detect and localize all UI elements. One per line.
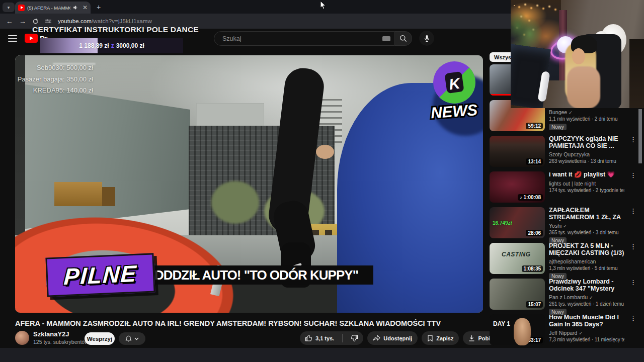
like-button[interactable]: 3,1 tys. [300,331,339,345]
video-duration-badge: 15:07 [526,301,543,308]
notifications-button[interactable] [119,332,145,345]
video-menu-icon[interactable]: ⋮ [630,171,636,179]
tab-list-chevron-icon[interactable]: ▾ [3,3,15,12]
video-thumbnail[interactable]: DAY 1 33:17 [490,314,545,345]
suggested-video[interactable]: 16.749zł 28:06 ZAPŁACIŁEM STREAMEROM 1 Z… [490,207,638,238]
channel-subscribers: 125 tys. subskrybentów [33,339,89,345]
youtube-favicon-icon [18,5,25,11]
suggested-video[interactable]: DAY 1 33:17 How Much Muscle Did I Gain I… [490,314,638,345]
like-count: 3,1 tys. [315,335,334,341]
video-actions: 3,1 tys. Udostępnij Zapisz Pobierz ••• [300,331,521,345]
tab-close-icon[interactable]: ✕ [83,5,88,11]
voice-search-button[interactable] [419,31,434,46]
video-menu-icon[interactable]: ⋮ [630,207,636,215]
suggested-video-title: ZAPŁACIŁEM STREAMEROM 1 ZŁ, ZA KAŻDEGO W… [549,207,624,221]
scene-tree [211,181,259,224]
mouse-cursor [320,1,327,11]
news-ticker: DDDZIŁ AUTO! "TO ODÓR KUPPY" [153,265,373,285]
goal-target: 3000,00 zł [116,42,144,49]
thumbnail-text: CASTING [502,251,531,258]
video-duration-badge: ♪ 1:00:08 [518,194,543,201]
video-player[interactable]: Seb9030: 500,00 zł Pasażer bagaja: 350,0… [15,55,483,313]
suggested-video-title: PROJEKT ZA 5 MLN - MIĘCZAKI CASTING (1/3… [549,243,624,256]
channel-name[interactable]: SzklanaY2J [33,330,69,338]
keyboard-icon[interactable] [382,36,390,41]
suggested-video[interactable]: 15:07 Prawdziwy Lombard - Odcinek 347 "M… [490,279,638,310]
url-bar[interactable]: youtube.com/watch?v=jJ5kLl1xamw [58,18,152,24]
back-icon[interactable]: ← [6,18,13,25]
video-duration-badge: 1:08:35 [522,265,543,272]
taskbar: ‹›DE♪ POL 02:52 22.04.2026 [0,348,644,362]
video-duration-badge: 13:14 [526,158,543,165]
save-label: Zapisz [436,335,453,341]
video-thumbnail[interactable]: 16.749zł 28:06 [490,207,545,238]
suggested-channel-name: Bungee✓ [549,109,624,115]
url-host: youtube.com [58,18,92,24]
tab-audio-icon[interactable] [73,5,78,10]
breaking-banner: PILNE [45,253,155,297]
search-button[interactable] [395,31,412,46]
suggested-video-title: Prawdziwy Lombard - Odcinek 347 "Mystery… [549,279,624,292]
video-thumbnail[interactable]: CASTING 1:08:35 [490,243,545,274]
scene-containers [54,182,102,206]
suggested-video-meta: 1,3 mln wyświetleń · 5 dni temu [549,265,624,271]
suggested-video-meta: 1,1 mln wyświetleń · 2 dni temu [549,116,624,122]
suggested-video[interactable]: ♪ 1:00:08 i want it 💋 playlist 💗 lights … [490,171,638,203]
verified-badge-icon: ✓ [569,110,573,115]
thumbs-up-icon [305,334,312,342]
suggested-video[interactable]: CASTING 1:08:35 PROJEKT ZA 5 MLN - MIĘCZ… [490,243,638,274]
webcam-overlay [511,0,644,108]
scene-person-hand [316,145,334,159]
webcam-streamer-body [567,66,600,108]
video-duration-badge: 28:06 [526,230,543,236]
browser-tab[interactable]: (5) AFERA - MAMMON ZAS ✕ [15,2,91,14]
verified-badge-icon: ✓ [563,224,567,229]
support-button[interactable]: Wesprzyj [85,332,115,345]
goal-current: 1 188,89 zł [79,42,109,49]
dislike-button[interactable] [346,331,363,345]
suggested-channel-name: Jeff Nippard✓ [549,330,624,336]
webcam-fairy-lights [514,5,515,6]
search-input[interactable] [221,35,382,43]
news-logo: K NEWS [427,56,482,124]
channel-avatar[interactable] [15,331,29,345]
goal-separator: z [111,42,114,49]
video-menu-icon[interactable]: ⋮ [630,243,636,250]
share-label: Udostępnij [383,335,412,341]
video-menu-icon[interactable]: ⋮ [630,136,636,143]
download-icon [468,335,475,342]
scrollbar-thumb[interactable] [638,109,642,163]
menu-icon[interactable] [8,35,17,42]
suggested-video-meta: 7,3 mln wyświetleń · 11 miesięcy temu [549,337,624,342]
search-box[interactable] [214,31,395,46]
new-tab-button[interactable]: + [94,3,104,12]
suggested-video[interactable]: 13:14 QUPCZYYK ogląda NIE PAMIETAJA CO S… [490,136,638,167]
save-button[interactable]: Zapisz [422,331,459,345]
suggested-video-meta: 263 wyświetlenia · 13 dni temu [549,158,624,164]
suggested-channel-name: ajthepolishamerican✓ [549,258,624,264]
share-button[interactable]: Udostępnij [367,331,418,345]
suggested-video-title: QUPCZYYK ogląda NIE PAMIETAJA CO SIE ... [549,136,624,149]
thumbnail-text: 16.749zł [493,220,512,226]
video-menu-icon[interactable]: ⋮ [630,279,636,286]
suggested-video-meta: 174 tys. wyświetleń · 2 tygodnie temu [549,188,624,193]
forward-icon[interactable]: → [19,18,26,25]
video-thumbnail[interactable]: 13:14 [490,136,545,167]
webcam-mirror [629,39,644,108]
youtube-play-icon [25,34,38,43]
donation-entry: KREDA95: 140,00 zł [15,85,93,97]
video-duration-badge: 59:12 [526,123,543,129]
donation-list: Seb9030: 500,00 zł Pasażer bagaja: 350,0… [15,62,93,97]
search-icon [399,35,407,42]
video-menu-icon[interactable]: ⋮ [630,314,636,322]
video-thumbnail[interactable]: ♪ 1:00:08 [490,171,545,203]
site-info-icon[interactable] [45,18,52,24]
suggested-video-title: i want it 💋 playlist 💗 [549,171,624,178]
bell-icon [125,335,132,342]
stream-top-banner: CERTYFIKAT INSTRUKTORKI POLE DANCE [32,25,199,34]
video-thumbnail[interactable]: 15:07 [490,279,545,310]
ticker-text: DDDZIŁ AUTO! "TO ODÓR KUPPY" [154,267,358,283]
suggested-video-title: How Much Muscle Did I Gain In 365 Days? … [549,314,624,328]
reload-icon[interactable] [32,18,39,25]
suggested-video-meta: 261 tys. wyświetleń · 1 dzień temu [549,301,624,307]
